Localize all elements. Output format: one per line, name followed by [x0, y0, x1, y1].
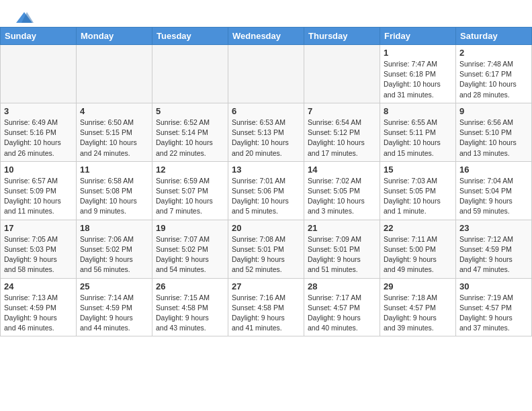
day-info: Sunrise: 7:11 AM Sunset: 5:00 PM Dayligh… [384, 234, 452, 275]
day-info: Sunrise: 7:17 AM Sunset: 4:57 PM Dayligh… [308, 293, 376, 334]
day-number: 16 [459, 165, 528, 175]
logo [13, 11, 34, 21]
day-info: Sunrise: 6:57 AM Sunset: 5:09 PM Dayligh… [4, 176, 73, 217]
calendar-cell [304, 45, 380, 103]
day-number: 30 [459, 281, 528, 291]
day-number: 17 [4, 223, 73, 233]
weekday-header-sunday: Sunday [1, 28, 77, 45]
day-number: 10 [4, 165, 73, 175]
calendar-cell: 23Sunrise: 7:12 AM Sunset: 4:59 PM Dayli… [456, 220, 532, 278]
day-number: 22 [384, 223, 452, 233]
calendar-cell: 15Sunrise: 7:03 AM Sunset: 5:05 PM Dayli… [380, 161, 456, 220]
calendar-cell: 27Sunrise: 7:16 AM Sunset: 4:58 PM Dayli… [228, 278, 304, 336]
day-info: Sunrise: 7:48 AM Sunset: 6:17 PM Dayligh… [459, 59, 528, 100]
day-info: Sunrise: 6:58 AM Sunset: 5:08 PM Dayligh… [80, 176, 148, 217]
day-info: Sunrise: 7:09 AM Sunset: 5:01 PM Dayligh… [308, 234, 376, 275]
day-number: 23 [459, 223, 528, 233]
day-number: 12 [156, 165, 224, 175]
calendar-cell [228, 45, 304, 103]
weekday-header-saturday: Saturday [456, 28, 532, 45]
day-number: 18 [80, 223, 148, 233]
calendar-table: SundayMondayTuesdayWednesdayThursdayFrid… [0, 27, 532, 336]
day-number: 9 [459, 106, 528, 116]
day-info: Sunrise: 6:55 AM Sunset: 5:11 PM Dayligh… [384, 118, 452, 158]
day-number: 21 [308, 223, 376, 233]
day-info: Sunrise: 7:14 AM Sunset: 4:59 PM Dayligh… [80, 293, 148, 334]
day-number: 20 [232, 223, 300, 233]
day-info: Sunrise: 7:47 AM Sunset: 6:18 PM Dayligh… [384, 59, 452, 100]
day-info: Sunrise: 7:13 AM Sunset: 4:59 PM Dayligh… [4, 293, 73, 334]
day-info: Sunrise: 7:08 AM Sunset: 5:01 PM Dayligh… [232, 234, 300, 275]
day-info: Sunrise: 6:54 AM Sunset: 5:12 PM Dayligh… [308, 118, 376, 158]
day-number: 26 [156, 281, 224, 291]
calendar-cell: 3Sunrise: 6:49 AM Sunset: 5:16 PM Daylig… [1, 103, 77, 161]
day-number: 19 [156, 223, 224, 233]
calendar-cell: 30Sunrise: 7:19 AM Sunset: 4:57 PM Dayli… [456, 278, 532, 336]
weekday-header-wednesday: Wednesday [228, 28, 304, 45]
day-number: 1 [384, 48, 452, 58]
calendar-cell: 16Sunrise: 7:04 AM Sunset: 5:04 PM Dayli… [456, 161, 532, 220]
day-info: Sunrise: 7:12 AM Sunset: 4:59 PM Dayligh… [459, 234, 528, 275]
calendar-cell [77, 45, 152, 103]
calendar-cell: 25Sunrise: 7:14 AM Sunset: 4:59 PM Dayli… [77, 278, 152, 336]
calendar-cell: 2Sunrise: 7:48 AM Sunset: 6:17 PM Daylig… [456, 45, 532, 103]
calendar-week-row: 10Sunrise: 6:57 AM Sunset: 5:09 PM Dayli… [1, 161, 532, 220]
weekday-header-thursday: Thursday [304, 28, 380, 45]
calendar-cell: 12Sunrise: 6:59 AM Sunset: 5:07 PM Dayli… [152, 161, 228, 220]
calendar-cell: 21Sunrise: 7:09 AM Sunset: 5:01 PM Dayli… [304, 220, 380, 278]
calendar-cell: 14Sunrise: 7:02 AM Sunset: 5:05 PM Dayli… [304, 161, 380, 220]
day-info: Sunrise: 6:50 AM Sunset: 5:15 PM Dayligh… [80, 118, 148, 158]
day-number: 25 [80, 281, 148, 291]
calendar-cell: 1Sunrise: 7:47 AM Sunset: 6:18 PM Daylig… [380, 45, 456, 103]
day-number: 29 [384, 281, 452, 291]
day-info: Sunrise: 6:59 AM Sunset: 5:07 PM Dayligh… [156, 176, 224, 217]
day-number: 3 [4, 106, 73, 116]
day-info: Sunrise: 7:02 AM Sunset: 5:05 PM Dayligh… [308, 176, 376, 217]
calendar-cell [1, 45, 77, 103]
calendar-cell: 6Sunrise: 6:53 AM Sunset: 5:13 PM Daylig… [228, 103, 304, 161]
calendar-week-row: 24Sunrise: 7:13 AM Sunset: 4:59 PM Dayli… [1, 278, 532, 336]
calendar-cell: 7Sunrise: 6:54 AM Sunset: 5:12 PM Daylig… [304, 103, 380, 161]
calendar-cell: 18Sunrise: 7:06 AM Sunset: 5:02 PM Dayli… [77, 220, 152, 278]
day-number: 28 [308, 281, 376, 291]
calendar-cell: 4Sunrise: 6:50 AM Sunset: 5:15 PM Daylig… [77, 103, 152, 161]
day-info: Sunrise: 7:01 AM Sunset: 5:06 PM Dayligh… [232, 176, 300, 217]
weekday-header-row: SundayMondayTuesdayWednesdayThursdayFrid… [1, 28, 532, 45]
calendar-cell: 29Sunrise: 7:18 AM Sunset: 4:57 PM Dayli… [380, 278, 456, 336]
day-info: Sunrise: 7:06 AM Sunset: 5:02 PM Dayligh… [80, 234, 148, 275]
calendar-cell: 19Sunrise: 7:07 AM Sunset: 5:02 PM Dayli… [152, 220, 228, 278]
day-number: 11 [80, 165, 148, 175]
day-number: 27 [232, 281, 300, 291]
calendar-cell: 5Sunrise: 6:52 AM Sunset: 5:14 PM Daylig… [152, 103, 228, 161]
weekday-header-monday: Monday [77, 28, 152, 45]
day-number: 13 [232, 165, 300, 175]
day-info: Sunrise: 6:52 AM Sunset: 5:14 PM Dayligh… [156, 118, 224, 158]
day-number: 5 [156, 106, 224, 116]
logo-icon [15, 11, 34, 24]
calendar-week-row: 3Sunrise: 6:49 AM Sunset: 5:16 PM Daylig… [1, 103, 532, 161]
calendar-cell: 11Sunrise: 6:58 AM Sunset: 5:08 PM Dayli… [77, 161, 152, 220]
day-info: Sunrise: 6:56 AM Sunset: 5:10 PM Dayligh… [459, 118, 528, 158]
calendar-cell: 10Sunrise: 6:57 AM Sunset: 5:09 PM Dayli… [1, 161, 77, 220]
day-info: Sunrise: 7:03 AM Sunset: 5:05 PM Dayligh… [384, 176, 452, 217]
day-number: 8 [384, 106, 452, 116]
calendar-cell: 9Sunrise: 6:56 AM Sunset: 5:10 PM Daylig… [456, 103, 532, 161]
calendar-cell: 22Sunrise: 7:11 AM Sunset: 5:00 PM Dayli… [380, 220, 456, 278]
weekday-header-friday: Friday [380, 28, 456, 45]
calendar-cell: 17Sunrise: 7:05 AM Sunset: 5:03 PM Dayli… [1, 220, 77, 278]
calendar-cell: 20Sunrise: 7:08 AM Sunset: 5:01 PM Dayli… [228, 220, 304, 278]
calendar-cell [152, 45, 228, 103]
calendar-cell: 24Sunrise: 7:13 AM Sunset: 4:59 PM Dayli… [1, 278, 77, 336]
page-header [0, 0, 532, 27]
day-number: 4 [80, 106, 148, 116]
day-number: 2 [459, 48, 528, 58]
calendar-week-row: 17Sunrise: 7:05 AM Sunset: 5:03 PM Dayli… [1, 220, 532, 278]
day-info: Sunrise: 6:49 AM Sunset: 5:16 PM Dayligh… [4, 118, 73, 158]
day-info: Sunrise: 7:07 AM Sunset: 5:02 PM Dayligh… [156, 234, 224, 275]
day-info: Sunrise: 7:15 AM Sunset: 4:58 PM Dayligh… [156, 293, 224, 334]
day-number: 14 [308, 165, 376, 175]
day-info: Sunrise: 7:19 AM Sunset: 4:57 PM Dayligh… [459, 293, 528, 334]
day-number: 24 [4, 281, 73, 291]
calendar-cell: 28Sunrise: 7:17 AM Sunset: 4:57 PM Dayli… [304, 278, 380, 336]
day-info: Sunrise: 7:16 AM Sunset: 4:58 PM Dayligh… [232, 293, 300, 334]
